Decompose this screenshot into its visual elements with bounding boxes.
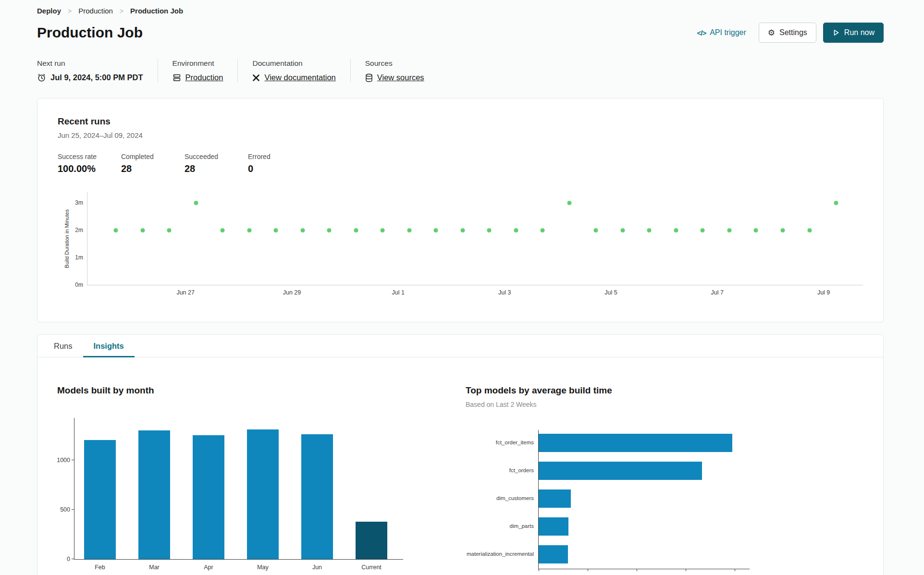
x-axis-tick-label: Jul 7 xyxy=(711,289,724,296)
header-actions: </> API trigger ⚙ Settings Run now xyxy=(697,23,884,43)
x-axis-tick-mark xyxy=(686,569,686,571)
top-models-plot: fct_order_itemsfct_ordersdim_customersdi… xyxy=(538,430,750,569)
insights-charts: Models built by month FebMarAprMayJunCur… xyxy=(37,357,883,569)
run-dot[interactable] xyxy=(354,228,358,232)
y-axis-tick-mark xyxy=(72,559,74,559)
run-dot[interactable] xyxy=(114,228,118,232)
bar-materialization_incremental[interactable] xyxy=(539,545,568,563)
run-dot[interactable] xyxy=(594,228,598,232)
run-dot[interactable] xyxy=(140,228,145,232)
run-dot[interactable] xyxy=(727,228,731,232)
gear-icon: ⚙ xyxy=(768,29,775,37)
run-dot[interactable] xyxy=(247,228,251,232)
x-axis-tick-label: Feb xyxy=(95,564,105,571)
stat-completed: Completed 28 xyxy=(121,153,165,174)
view-documentation-link[interactable]: View documentation xyxy=(264,73,335,82)
stat-succeeded: Succeeded 28 xyxy=(185,153,229,174)
y-axis-tick-label: 1m xyxy=(75,254,83,261)
x-axis-tick-mark xyxy=(735,569,735,571)
run-dot[interactable] xyxy=(300,228,305,232)
x-axis-tick-mark xyxy=(588,569,588,571)
bar-mar[interactable] xyxy=(138,430,170,559)
stat-value: 28 xyxy=(185,163,229,174)
bar-jun[interactable] xyxy=(301,434,333,559)
environment-label: Environment xyxy=(172,59,223,68)
models-by-month-plot: FebMarAprMayJunCurrent05001000 xyxy=(74,418,403,560)
run-dot[interactable] xyxy=(167,228,172,232)
run-dot[interactable] xyxy=(514,228,518,232)
run-dot[interactable] xyxy=(754,228,758,232)
run-dot[interactable] xyxy=(807,228,812,232)
tab-insights[interactable]: Insights xyxy=(83,335,135,357)
x-axis-tick-label: Jun xyxy=(312,564,322,571)
stat-success-rate: Success rate 100.00% xyxy=(58,153,102,174)
y-axis-tick-label: fct_order_items xyxy=(496,440,534,445)
recent-runs-stats: Success rate 100.00% Completed 28 Succee… xyxy=(58,153,863,174)
run-dot[interactable] xyxy=(674,228,678,232)
bar-fct_order_items[interactable] xyxy=(539,434,732,452)
meta-next-run: Next run Jul 9, 2024, 5:00 PM PDT xyxy=(37,59,158,82)
page-header: Production Job </> API trigger ⚙ Setting… xyxy=(37,23,884,43)
job-details-card: Runs Insights Models built by month FebM… xyxy=(37,334,884,575)
environment-link[interactable]: Production xyxy=(185,73,223,82)
run-dot[interactable] xyxy=(834,201,838,205)
code-icon: </> xyxy=(697,29,706,37)
run-dot[interactable] xyxy=(274,228,278,232)
run-dot[interactable] xyxy=(434,228,438,232)
view-sources-link[interactable]: View sources xyxy=(377,73,424,82)
database-icon xyxy=(365,73,373,82)
breadcrumb-item-production[interactable]: Production xyxy=(78,7,113,15)
recent-runs-title: Recent runs xyxy=(58,116,863,127)
y-axis-title: Build Duration in Minutes xyxy=(64,209,70,268)
run-dot[interactable] xyxy=(541,228,545,232)
run-now-button[interactable]: Run now xyxy=(823,23,884,43)
bar-dim_customers[interactable] xyxy=(539,489,571,508)
tab-runs[interactable]: Runs xyxy=(43,335,83,357)
run-dot[interactable] xyxy=(407,228,411,232)
recent-runs-chart: Build Duration in Minutes 0m1m2m3mJun 27… xyxy=(87,192,863,285)
y-axis-tick-mark xyxy=(72,509,74,510)
documentation-label: Documentation xyxy=(252,59,335,68)
settings-label: Settings xyxy=(779,28,807,37)
run-dot[interactable] xyxy=(487,228,492,232)
x-axis-tick-label: May xyxy=(257,564,269,571)
models-by-month-title: Models built by month xyxy=(57,385,403,396)
run-dot[interactable] xyxy=(381,228,385,232)
run-dot[interactable] xyxy=(327,228,332,232)
bar-current[interactable] xyxy=(356,522,387,559)
settings-button[interactable]: ⚙ Settings xyxy=(759,23,816,43)
production-job-page: Deploy > Production > Production Job Pro… xyxy=(0,0,924,575)
run-dot[interactable] xyxy=(567,201,571,205)
bar-apr[interactable] xyxy=(193,435,224,559)
api-trigger-link[interactable]: </> API trigger xyxy=(697,28,746,37)
breadcrumb-item-current: Production Job xyxy=(130,7,183,15)
x-axis-tick-label: Jun 29 xyxy=(283,289,301,296)
breadcrumb-item-deploy[interactable]: Deploy xyxy=(37,7,61,15)
run-dot[interactable] xyxy=(194,201,198,205)
x-axis-tick-label: Jun 27 xyxy=(176,289,195,296)
run-now-label: Run now xyxy=(844,28,875,37)
y-axis-tick-mark xyxy=(72,460,74,460)
run-dot[interactable] xyxy=(620,228,625,232)
stat-label: Succeeded xyxy=(185,153,229,160)
run-dot[interactable] xyxy=(780,228,785,232)
clock-icon xyxy=(37,73,46,82)
bar-feb[interactable] xyxy=(84,440,116,559)
run-dot[interactable] xyxy=(460,228,465,232)
page-title: Production Job xyxy=(37,24,143,41)
x-axis-tick-label: Jul 1 xyxy=(392,289,405,296)
recent-runs-card: Recent runs Jun 25, 2024–Jul 09, 2024 Su… xyxy=(37,98,884,322)
run-dot[interactable] xyxy=(221,228,225,232)
y-axis-tick-label: materialization_incremental xyxy=(467,551,534,557)
tab-bar: Runs Insights xyxy=(37,335,883,357)
x-axis-tick-label: Apr xyxy=(204,564,213,571)
recent-runs-plot: 0m1m2m3mJun 27Jun 29Jul 1Jul 3Jul 5Jul 7… xyxy=(87,192,863,285)
run-dot[interactable] xyxy=(701,228,705,232)
breadcrumb: Deploy > Production > Production Job xyxy=(37,0,884,15)
bar-dim_parts[interactable] xyxy=(539,517,568,536)
bar-may[interactable] xyxy=(247,429,279,559)
bar-fct_orders[interactable] xyxy=(539,462,702,480)
run-dot[interactable] xyxy=(647,228,652,232)
meta-environment: Environment Production xyxy=(158,59,238,82)
meta-documentation: Documentation View documentation xyxy=(237,59,350,82)
